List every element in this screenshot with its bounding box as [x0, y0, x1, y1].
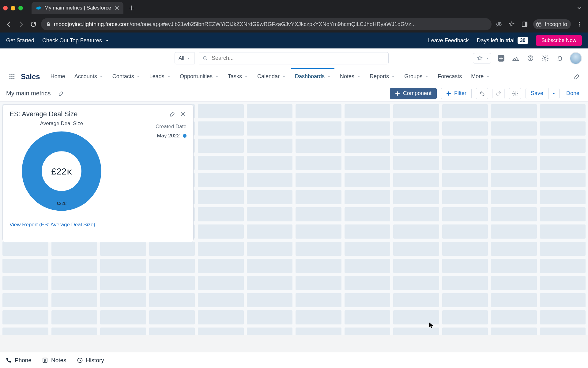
mac-fullscreen-dot[interactable] [18, 6, 23, 10]
grid-cell[interactable] [198, 259, 244, 273]
grid-cell[interactable] [296, 173, 341, 187]
grid-cell[interactable] [296, 156, 341, 170]
chevron-down-icon[interactable] [425, 75, 428, 79]
save-dropdown-button[interactable] [548, 88, 560, 99]
grid-cell[interactable] [540, 104, 586, 118]
grid-cell[interactable] [540, 156, 586, 170]
nav-tab-dashboards[interactable]: Dashboards [291, 68, 334, 85]
chevron-down-icon[interactable] [100, 75, 103, 79]
top-features-dropdown[interactable]: Check Out Top Features [42, 37, 109, 44]
grid-cell[interactable] [247, 293, 293, 307]
grid-cell[interactable] [491, 328, 537, 335]
chevron-down-icon[interactable] [486, 75, 490, 79]
browser-back-button[interactable] [4, 20, 13, 29]
grid-cell[interactable] [198, 242, 244, 256]
grid-cell[interactable] [393, 121, 439, 136]
favorites-dropdown[interactable] [473, 53, 491, 63]
grid-cell[interactable] [247, 156, 293, 170]
grid-cell[interactable] [149, 242, 195, 256]
widget-edit-icon[interactable] [169, 110, 176, 118]
nav-tab-forecasts[interactable]: Forecasts [434, 68, 466, 85]
grid-cell[interactable] [100, 242, 146, 256]
user-avatar[interactable] [570, 52, 582, 64]
chevron-down-icon[interactable] [391, 75, 395, 79]
grid-cell[interactable] [540, 276, 586, 290]
grid-cell[interactable] [198, 310, 244, 324]
grid-cell[interactable] [100, 293, 146, 307]
grid-cell[interactable] [393, 173, 439, 187]
mac-window-controls[interactable] [3, 6, 23, 10]
grid-cell[interactable] [442, 190, 488, 204]
grid-cell[interactable] [442, 207, 488, 221]
grid-cell[interactable] [491, 121, 537, 136]
add-filter-button[interactable]: Filter [441, 88, 472, 99]
nav-tab-leads[interactable]: Leads [146, 68, 174, 85]
browser-menu-icon[interactable] [575, 20, 584, 29]
grid-cell[interactable] [296, 139, 341, 153]
nav-tab-groups[interactable]: Groups [401, 68, 432, 85]
grid-cell[interactable] [442, 156, 488, 170]
tab-close-icon[interactable] [115, 6, 119, 10]
dock-phone[interactable]: Phone [6, 357, 32, 364]
save-button[interactable]: Save [526, 88, 548, 99]
eye-off-icon[interactable] [495, 20, 503, 29]
grid-cell[interactable] [393, 224, 439, 239]
grid-cell[interactable] [345, 276, 390, 290]
help-icon[interactable] [526, 53, 535, 63]
grid-cell[interactable] [540, 328, 586, 335]
star-icon[interactable] [507, 20, 516, 29]
done-button[interactable]: Done [564, 88, 582, 99]
grid-cell[interactable] [100, 259, 146, 273]
grid-cell[interactable] [198, 293, 244, 307]
grid-cell[interactable] [442, 310, 488, 324]
grid-cell[interactable] [393, 276, 439, 290]
grid-cell[interactable] [198, 104, 244, 118]
grid-cell[interactable] [247, 328, 293, 335]
nav-tab-calendar[interactable]: Calendar [254, 68, 289, 85]
grid-cell[interactable] [296, 190, 341, 204]
grid-cell[interactable] [393, 156, 439, 170]
grid-cell[interactable] [491, 310, 537, 324]
grid-cell[interactable] [491, 173, 537, 187]
grid-cell[interactable] [491, 207, 537, 221]
chevron-down-icon[interactable] [215, 75, 219, 79]
dashboard-settings-button[interactable] [509, 88, 521, 99]
address-bar[interactable]: moodjoyinc.lightning.force.com/one/one.a… [41, 18, 492, 30]
nav-tab-reports[interactable]: Reports [366, 68, 399, 85]
widget-close-icon[interactable] [179, 110, 187, 118]
nav-tab-accounts[interactable]: Accounts [71, 68, 107, 85]
grid-cell[interactable] [2, 276, 48, 290]
grid-cell[interactable] [51, 293, 97, 307]
grid-cell[interactable] [198, 328, 244, 335]
incognito-chip[interactable]: Incognito [533, 19, 571, 29]
grid-cell[interactable] [247, 104, 293, 118]
grid-cell[interactable] [2, 310, 48, 324]
grid-cell[interactable] [247, 173, 293, 187]
grid-cell[interactable] [540, 310, 586, 324]
grid-cell[interactable] [393, 293, 439, 307]
grid-cell[interactable] [247, 224, 293, 239]
grid-cell[interactable] [198, 224, 244, 239]
grid-cell[interactable] [247, 242, 293, 256]
grid-cell[interactable] [247, 207, 293, 221]
grid-cell[interactable] [393, 242, 439, 256]
grid-cell[interactable] [296, 207, 341, 221]
grid-cell[interactable] [540, 139, 586, 153]
leave-feedback-link[interactable]: Leave Feedback [428, 37, 469, 44]
grid-cell[interactable] [442, 224, 488, 239]
grid-cell[interactable] [296, 224, 341, 239]
grid-cell[interactable] [491, 259, 537, 273]
grid-cell[interactable] [491, 224, 537, 239]
grid-cell[interactable] [345, 173, 390, 187]
side-panel-icon[interactable] [520, 20, 529, 29]
grid-cell[interactable] [540, 293, 586, 307]
grid-cell[interactable] [442, 328, 488, 335]
dock-history[interactable]: History [77, 357, 104, 364]
grid-cell[interactable] [345, 224, 390, 239]
grid-cell[interactable] [345, 242, 390, 256]
global-search[interactable] [199, 52, 389, 64]
grid-cell[interactable] [247, 139, 293, 153]
grid-cell[interactable] [296, 293, 341, 307]
nav-tab-contacts[interactable]: Contacts [109, 68, 144, 85]
undo-button[interactable] [476, 88, 488, 99]
